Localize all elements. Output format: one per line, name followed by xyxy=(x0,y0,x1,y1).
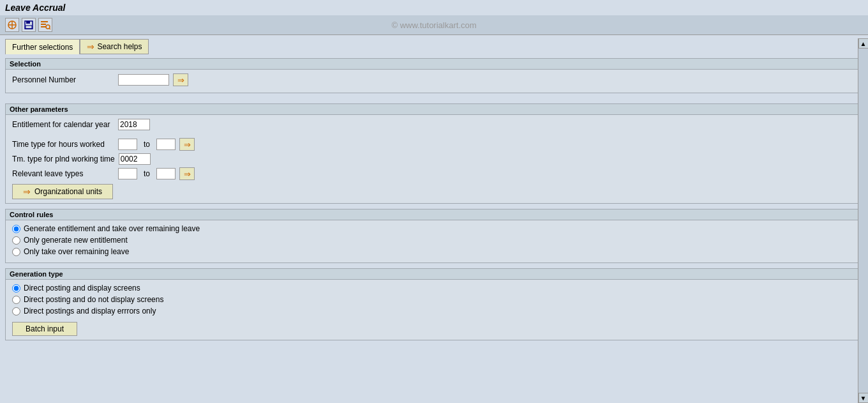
tm-type-row: Tm. type for plnd working time xyxy=(12,153,856,165)
personnel-number-row: Personnel Number ⇒ xyxy=(12,73,856,86)
control-rules-section: Control rules Generate entitlement and t… xyxy=(5,209,863,263)
gen-option1-radio[interactable] xyxy=(12,284,20,293)
control-option2-label: Only generate new entitlement xyxy=(24,236,128,245)
relevant-leave-from-input[interactable] xyxy=(118,168,137,179)
gen-option2-radio[interactable] xyxy=(12,296,20,304)
svg-line-10 xyxy=(49,28,50,29)
org-units-arrow-icon: ⇒ xyxy=(23,186,31,197)
control-rules-header: Control rules xyxy=(6,209,862,220)
svg-rect-6 xyxy=(41,21,48,22)
tab-arrow-icon: ⇒ xyxy=(87,42,94,52)
entitlement-label: Entitlement for calendar year xyxy=(12,120,114,129)
title-bar: Leave Accrual xyxy=(0,0,868,15)
tm-type-input[interactable] xyxy=(119,153,151,165)
control-option1-radio[interactable] xyxy=(12,225,20,233)
control-rules-body: Generate entitlement and take over remai… xyxy=(6,220,862,262)
other-parameters-header: Other parameters xyxy=(6,104,862,115)
relevant-leave-to-input[interactable] xyxy=(156,168,176,179)
selection-header: Selection xyxy=(6,59,862,70)
further-selections-label: Further selections xyxy=(12,43,73,52)
scroll-track xyxy=(858,49,868,393)
personnel-number-input[interactable] xyxy=(118,74,169,86)
time-type-row: Time type for hours worked to ⇒ xyxy=(12,138,856,151)
control-option1-label: Generate entitlement and take over remai… xyxy=(24,224,200,233)
main-content: Further selections ⇒ Search helps Select… xyxy=(0,35,868,400)
svg-rect-7 xyxy=(41,24,46,25)
tab-bar: Further selections ⇒ Search helps xyxy=(5,39,863,54)
tab-further-selections[interactable]: Further selections xyxy=(5,39,80,54)
watermark: © www.tutorialkart.com xyxy=(391,20,476,30)
time-type-label: Time type for hours worked xyxy=(12,140,114,149)
relevant-leave-to-label: to xyxy=(144,169,150,178)
time-type-from-input[interactable] xyxy=(118,139,137,150)
selection-body: Personnel Number ⇒ xyxy=(6,70,862,93)
org-units-label: Organizational units xyxy=(34,187,102,196)
toolbar: © www.tutorialkart.com xyxy=(0,15,868,35)
entitlement-input[interactable] xyxy=(118,119,150,130)
entitlement-row: Entitlement for calendar year xyxy=(12,119,856,130)
gen-option3-radio[interactable] xyxy=(12,307,20,316)
relevant-leave-search-btn[interactable]: ⇒ xyxy=(179,167,195,180)
scroll-up-btn[interactable]: ▲ xyxy=(858,38,869,49)
gen-option2-row: Direct posting and do not display screen… xyxy=(12,295,856,304)
scrollbar: ▲ ▼ xyxy=(858,38,868,403)
batch-input-label: Batch input xyxy=(26,324,64,333)
toolbar-icons xyxy=(5,18,52,32)
find-icon[interactable] xyxy=(38,18,52,32)
selection-section: Selection Personnel Number ⇒ xyxy=(5,58,863,93)
gen-option1-label: Direct posting and display screens xyxy=(24,284,140,293)
control-option1-row: Generate entitlement and take over remai… xyxy=(12,224,856,233)
save-icon[interactable] xyxy=(22,18,36,32)
navigate-icon[interactable] xyxy=(5,18,19,32)
other-parameters-section: Other parameters Entitlement for calenda… xyxy=(5,103,863,204)
generation-type-section: Generation type Direct posting and displ… xyxy=(5,268,863,340)
relevant-leave-row: Relevant leave types to ⇒ xyxy=(12,167,856,180)
scroll-down-btn[interactable]: ▼ xyxy=(858,393,869,403)
other-parameters-body: Entitlement for calendar year Time type … xyxy=(6,115,862,203)
personnel-number-search-btn[interactable]: ⇒ xyxy=(173,73,188,86)
relevant-leave-label: Relevant leave types xyxy=(12,169,114,178)
gen-option2-label: Direct posting and do not display screen… xyxy=(24,295,163,304)
gen-option1-row: Direct posting and display screens xyxy=(12,284,856,293)
time-type-to-label: to xyxy=(144,140,150,149)
batch-input-btn[interactable]: Batch input xyxy=(12,322,77,336)
search-helps-label: Search helps xyxy=(97,42,142,51)
control-option2-row: Only generate new entitlement xyxy=(12,236,856,245)
generation-type-header: Generation type xyxy=(6,269,862,280)
svg-rect-4 xyxy=(26,21,30,24)
personnel-number-label: Personnel Number xyxy=(12,75,114,84)
control-option3-radio[interactable] xyxy=(12,248,20,256)
control-option3-row: Only take over remaining leave xyxy=(12,247,856,256)
time-type-to-input[interactable] xyxy=(156,139,176,150)
control-option3-label: Only take over remaining leave xyxy=(24,247,129,256)
org-units-btn[interactable]: ⇒ Organizational units xyxy=(12,184,113,199)
page-title: Leave Accrual xyxy=(5,3,65,13)
tm-type-label: Tm. type for plnd working time xyxy=(12,155,115,163)
tab-search-helps[interactable]: ⇒ Search helps xyxy=(80,39,149,54)
gen-option3-label: Direct postings and display errrors only xyxy=(24,307,156,316)
control-option2-radio[interactable] xyxy=(12,236,20,245)
generation-type-body: Direct posting and display screens Direc… xyxy=(6,280,862,340)
time-type-search-btn[interactable]: ⇒ xyxy=(179,138,195,151)
gen-option3-row: Direct postings and display errrors only xyxy=(12,307,856,316)
